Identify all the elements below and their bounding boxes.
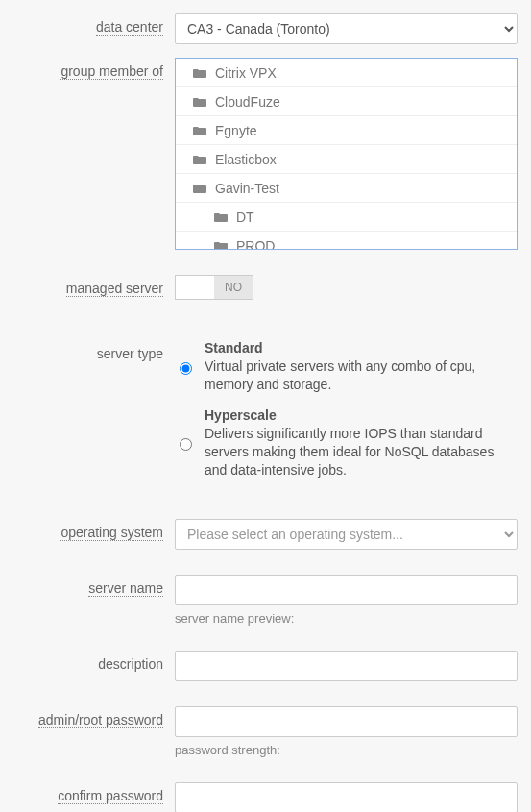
group-tree-item[interactable]: Elasticbox bbox=[176, 145, 517, 174]
server-type-radio[interactable] bbox=[180, 410, 192, 480]
label-group-member-of: group member of bbox=[13, 58, 175, 79]
label-server-name: server name bbox=[13, 575, 175, 596]
label-text-server-type: server type bbox=[97, 346, 163, 361]
server-type-option[interactable]: StandardVirtual private servers with any… bbox=[175, 340, 518, 394]
row-confirm-password: confirm password bbox=[13, 782, 518, 812]
toggle-on-slot bbox=[176, 276, 214, 299]
label-admin-password: admin/root password bbox=[13, 706, 175, 727]
label-text-managed-server: managed server bbox=[66, 281, 163, 297]
group-tree-item[interactable]: DT bbox=[176, 203, 517, 232]
row-group-member-of: group member of Citrix VPXCloudFuzeEgnyt… bbox=[13, 58, 518, 250]
row-managed-server: managed server NO bbox=[13, 275, 518, 302]
toggle-off-slot: NO bbox=[214, 276, 253, 299]
group-tree-item-label: PROD bbox=[236, 238, 275, 251]
label-text-admin-password: admin/root password bbox=[38, 712, 163, 728]
server-type-label: Hyperscale bbox=[205, 407, 518, 423]
server-type-label: Standard bbox=[205, 340, 518, 356]
server-type-desc: Virtual private servers with any combo o… bbox=[205, 357, 518, 394]
folder-icon bbox=[193, 125, 206, 136]
admin-password-input[interactable] bbox=[175, 706, 518, 737]
password-strength-label: password strength: bbox=[175, 743, 518, 757]
group-tree-item-label: Elasticbox bbox=[215, 152, 277, 167]
row-data-center: data center CA3 - Canada (Toronto) bbox=[13, 13, 518, 44]
label-data-center: data center bbox=[13, 13, 175, 35]
folder-icon bbox=[193, 154, 206, 165]
description-input[interactable] bbox=[175, 651, 518, 681]
confirm-password-input[interactable] bbox=[175, 782, 518, 812]
group-tree-item-label: Egnyte bbox=[215, 123, 257, 138]
group-tree-item[interactable]: Gavin-Test bbox=[176, 174, 517, 203]
label-description: description bbox=[13, 651, 175, 672]
data-center-select[interactable]: CA3 - Canada (Toronto) bbox=[175, 13, 518, 44]
group-tree-item-label: CloudFuze bbox=[215, 94, 280, 110]
server-name-input[interactable] bbox=[175, 575, 518, 605]
row-server-name: server name server name preview: bbox=[13, 575, 518, 626]
group-tree-item[interactable]: PROD bbox=[176, 232, 517, 250]
group-tree-item[interactable]: Citrix VPX bbox=[176, 59, 517, 87]
label-text-data-center: data center bbox=[96, 19, 163, 36]
server-type-radio[interactable] bbox=[180, 343, 192, 394]
folder-icon bbox=[193, 67, 206, 79]
label-managed-server: managed server bbox=[13, 275, 175, 296]
server-name-preview-label: server name preview: bbox=[175, 611, 518, 626]
row-operating-system: operating system Please select an operat… bbox=[13, 519, 518, 550]
label-text-server-name: server name bbox=[88, 580, 163, 597]
server-type-option[interactable]: HyperscaleDelivers significantly more IO… bbox=[175, 407, 518, 480]
label-operating-system: operating system bbox=[13, 519, 175, 540]
server-type-desc: Delivers significantly more IOPS than st… bbox=[205, 425, 518, 480]
group-tree-item[interactable]: Egnyte bbox=[176, 116, 517, 145]
label-text-description: description bbox=[98, 656, 163, 672]
label-text-operating-system: operating system bbox=[60, 525, 163, 541]
group-tree-item-label: DT bbox=[236, 209, 254, 225]
managed-server-toggle[interactable]: NO bbox=[175, 275, 253, 300]
group-tree-item-label: Gavin-Test bbox=[215, 181, 279, 196]
label-text-group-member-of: group member of bbox=[60, 63, 163, 80]
group-tree-item[interactable]: CloudFuze bbox=[176, 87, 517, 116]
row-description: description bbox=[13, 651, 518, 681]
operating-system-select[interactable]: Please select an operating system... bbox=[175, 519, 518, 550]
row-admin-password: admin/root password password strength: bbox=[13, 706, 518, 757]
label-server-type: server type bbox=[13, 340, 175, 361]
folder-icon bbox=[193, 183, 206, 194]
label-text-confirm-password: confirm password bbox=[58, 788, 163, 804]
group-tree-item-label: Citrix VPX bbox=[215, 65, 277, 81]
folder-icon bbox=[214, 240, 228, 251]
row-server-type: server type StandardVirtual private serv… bbox=[13, 340, 518, 492]
folder-icon bbox=[193, 96, 206, 108]
group-tree[interactable]: Citrix VPXCloudFuzeEgnyteElasticboxGavin… bbox=[175, 58, 518, 250]
folder-icon bbox=[214, 211, 228, 223]
label-confirm-password: confirm password bbox=[13, 782, 175, 803]
